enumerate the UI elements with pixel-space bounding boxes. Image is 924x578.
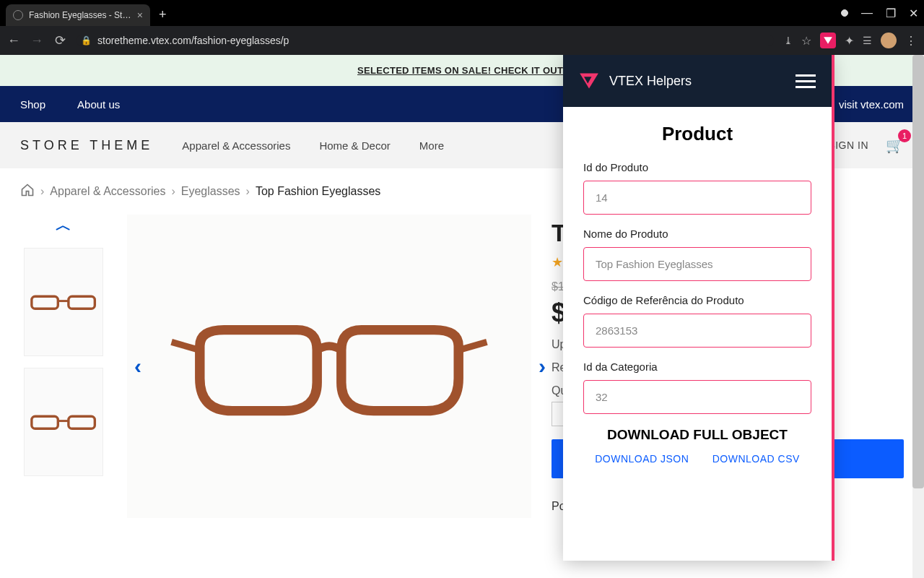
home-icon[interactable] bbox=[20, 183, 35, 200]
product-main-image: ‹ › bbox=[127, 215, 531, 518]
globe-icon bbox=[13, 10, 23, 20]
breadcrumb-sep: › bbox=[171, 185, 175, 198]
install-icon[interactable]: ⤓ bbox=[784, 35, 793, 46]
lock-icon: 🔒 bbox=[81, 35, 92, 46]
close-window-icon[interactable]: ✕ bbox=[909, 7, 918, 20]
star-icon: ★ bbox=[552, 255, 563, 269]
star-icon[interactable]: ☆ bbox=[801, 34, 811, 48]
browser-tab[interactable]: Fashion Eyeglasses - Store Theme × bbox=[6, 4, 150, 26]
vtex-logo-icon bbox=[579, 71, 599, 91]
popup-accent-edge bbox=[832, 55, 834, 561]
new-tab-button[interactable]: + bbox=[159, 7, 167, 22]
forward-icon[interactable]: → bbox=[30, 34, 43, 47]
profile-avatar[interactable] bbox=[881, 33, 897, 48]
page-scrollbar[interactable] bbox=[912, 55, 924, 578]
popup-body: Product Id do Produto Nome do Produto Có… bbox=[563, 107, 832, 561]
chevron-right-icon[interactable]: › bbox=[539, 354, 546, 379]
thumbnail-strip: ︿ bbox=[20, 215, 107, 518]
store-logo[interactable]: STORE THEME bbox=[20, 138, 153, 153]
tab-title: Fashion Eyeglasses - Store Theme bbox=[29, 10, 131, 20]
scrollbar-thumb[interactable] bbox=[912, 55, 924, 488]
breadcrumb-current: Top Fashion Eyeglasses bbox=[256, 185, 380, 198]
rec-dot-icon bbox=[841, 9, 848, 17]
glasses-icon bbox=[167, 306, 491, 427]
download-csv-button[interactable]: DOWNLOAD CSV bbox=[712, 453, 800, 465]
glasses-icon bbox=[28, 291, 98, 312]
svg-rect-4 bbox=[69, 417, 95, 429]
popup-header: VTEX Helpers bbox=[563, 55, 832, 107]
product-id-field[interactable] bbox=[583, 181, 811, 215]
popup-heading: Product bbox=[583, 123, 811, 145]
minimize-icon[interactable]: — bbox=[861, 7, 873, 20]
popup-title: VTEX Helpers bbox=[609, 74, 692, 89]
product-name-label: Nome do Produto bbox=[583, 228, 811, 240]
breadcrumb-sep: › bbox=[246, 185, 250, 198]
nav-visit-vtex[interactable]: visit vtex.com bbox=[839, 98, 904, 111]
url-text: storetheme.vtex.com/fashion-eyeglasses/p bbox=[97, 35, 289, 46]
chevron-left-icon[interactable]: ‹ bbox=[134, 354, 141, 379]
breadcrumb-eyeglasses[interactable]: Eyeglasses bbox=[181, 185, 240, 198]
extensions-icon[interactable]: ✦ bbox=[845, 34, 854, 48]
cat-more[interactable]: More bbox=[419, 139, 444, 152]
svg-rect-3 bbox=[32, 417, 58, 429]
product-ref-field[interactable] bbox=[583, 314, 811, 348]
reload-icon[interactable]: ⟳ bbox=[53, 34, 66, 47]
browser-titlebar: Fashion Eyeglasses - Store Theme × + — ❐… bbox=[0, 0, 924, 26]
cat-home[interactable]: Home & Decor bbox=[319, 139, 390, 152]
window-controls: — ❐ ✕ bbox=[841, 7, 918, 20]
product-id-label: Id do Produto bbox=[583, 161, 811, 173]
thumbnail-2[interactable] bbox=[24, 368, 103, 476]
breadcrumb-sep: › bbox=[40, 185, 44, 198]
nav-shop[interactable]: Shop bbox=[20, 98, 45, 111]
category-id-field[interactable] bbox=[583, 380, 811, 414]
vtex-helpers-popup: VTEX Helpers Product Id do Produto Nome … bbox=[563, 55, 832, 561]
product-name-field[interactable] bbox=[583, 247, 811, 281]
address-bar[interactable]: 🔒 storetheme.vtex.com/fashion-eyeglasses… bbox=[77, 35, 774, 46]
vtex-extension-icon[interactable] bbox=[820, 33, 836, 48]
product-ref-label: Código de Referência do Produto bbox=[583, 294, 811, 306]
svg-rect-0 bbox=[32, 297, 58, 309]
close-icon[interactable]: × bbox=[137, 9, 143, 21]
page-viewport: SELECTED ITEMS ON SALE! CHECK IT OUT! Sh… bbox=[0, 55, 924, 578]
hamburger-menu-icon[interactable] bbox=[796, 74, 816, 88]
maximize-icon[interactable]: ❐ bbox=[886, 7, 896, 20]
cart-button[interactable]: 🛒 1 bbox=[886, 137, 904, 154]
svg-rect-1 bbox=[69, 297, 95, 309]
glasses-icon bbox=[28, 411, 98, 432]
promo-link[interactable]: SELECTED ITEMS ON SALE! CHECK IT OUT! bbox=[357, 65, 567, 76]
back-icon[interactable]: ← bbox=[7, 34, 20, 47]
breadcrumb-apparel[interactable]: Apparel & Accessories bbox=[50, 185, 165, 198]
download-heading: DOWNLOAD FULL OBJECT bbox=[583, 427, 811, 443]
cat-apparel[interactable]: Apparel & Accessories bbox=[182, 139, 290, 152]
cart-badge: 1 bbox=[898, 129, 911, 142]
browser-toolbar: ← → ⟳ 🔒 storetheme.vtex.com/fashion-eyeg… bbox=[0, 26, 924, 55]
kebab-menu-icon[interactable]: ⋮ bbox=[905, 34, 917, 48]
nav-about[interactable]: About us bbox=[77, 98, 120, 111]
category-id-label: Id da Categoria bbox=[583, 361, 811, 373]
thumbnail-1[interactable] bbox=[24, 248, 103, 356]
download-json-button[interactable]: DOWNLOAD JSON bbox=[595, 453, 689, 465]
chevron-up-icon[interactable]: ︿ bbox=[56, 215, 71, 236]
reading-list-icon[interactable]: ☰ bbox=[863, 35, 872, 46]
